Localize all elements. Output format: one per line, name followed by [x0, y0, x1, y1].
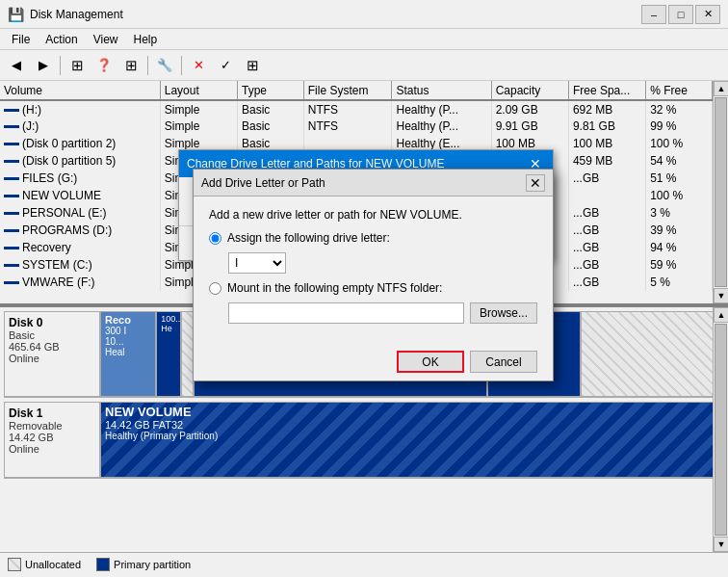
dialog-add-ok[interactable]: OK	[397, 351, 464, 373]
dialog-overlay: Change Drive Letter and Paths for NEW VO…	[0, 0, 728, 577]
dialog-add-drive-letter: Add Drive Letter or Path ✕ Add a new dri…	[193, 169, 554, 381]
option-mount: Mount in the following empty NTFS folder…	[209, 281, 537, 295]
dialog-add-description: Add a new drive letter or path for NEW V…	[209, 208, 537, 222]
dialog-add-cancel[interactable]: Cancel	[470, 351, 537, 373]
dialog-add-titlebar: Add Drive Letter or Path ✕	[194, 170, 553, 197]
dialog-add-footer: OK Cancel	[194, 343, 553, 380]
dialog-add-close[interactable]: ✕	[526, 174, 545, 192]
dialog-add-title: Add Drive Letter or Path	[201, 176, 526, 190]
drive-letter-select[interactable]: I J K L	[228, 252, 286, 274]
dialog-add-body: Add a new drive letter or path for NEW V…	[194, 197, 553, 343]
ntfs-folder-input[interactable]	[228, 302, 464, 324]
radio-assign[interactable]	[209, 232, 221, 245]
radio-mount[interactable]	[209, 282, 221, 295]
ntfs-folder-row: Browse...	[228, 302, 537, 324]
label-assign: Assign the following drive letter:	[227, 231, 390, 245]
option-assign: Assign the following drive letter:	[209, 231, 537, 245]
label-mount: Mount in the following empty NTFS folder…	[227, 281, 442, 295]
browse-button[interactable]: Browse...	[470, 302, 537, 324]
drive-letter-row: I J K L	[228, 252, 537, 274]
